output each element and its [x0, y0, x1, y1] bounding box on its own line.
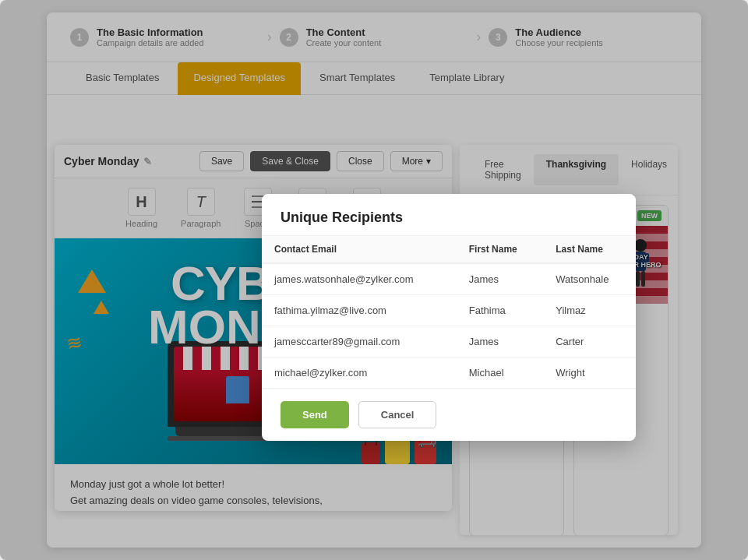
recipient-first-1: Fathima [457, 294, 543, 326]
recipient-first-3: Michael [457, 357, 543, 388]
recipient-last-1: Yilmaz [543, 294, 636, 326]
modal-footer: Send Cancel [262, 389, 636, 441]
recipient-email-3: michael@zylker.com [262, 357, 457, 388]
unique-recipients-modal: Unique Recipients Contact Email First Na… [262, 194, 636, 441]
recipient-first-2: James [457, 326, 543, 357]
col-first-name: First Name [457, 236, 543, 263]
recipients-table: Contact Email First Name Last Name james… [262, 236, 636, 389]
col-email: Contact Email [262, 236, 457, 263]
recipient-email-2: jamesccarter89@gmail.com [262, 326, 457, 357]
table-row: fathima.yilmaz@live.com Fathima Yilmaz [262, 294, 636, 326]
table-row: james.watsonhale@zylker.com James Watson… [262, 263, 636, 295]
table-row: jamesccarter89@gmail.com James Carter [262, 326, 636, 357]
modal-title: Unique Recipients [262, 194, 636, 236]
cancel-button[interactable]: Cancel [358, 401, 437, 428]
recipient-first-0: James [457, 263, 543, 295]
col-last-name: Last Name [543, 236, 636, 263]
recipient-email-1: fathima.yilmaz@live.com [262, 294, 457, 326]
recipient-last-2: Carter [543, 326, 636, 357]
recipient-email-0: james.watsonhale@zylker.com [262, 263, 457, 295]
recipient-last-3: Wright [543, 357, 636, 388]
send-button[interactable]: Send [280, 401, 349, 428]
recipient-last-0: Watsonhale [543, 263, 636, 295]
table-row: michael@zylker.com Michael Wright [262, 357, 636, 388]
